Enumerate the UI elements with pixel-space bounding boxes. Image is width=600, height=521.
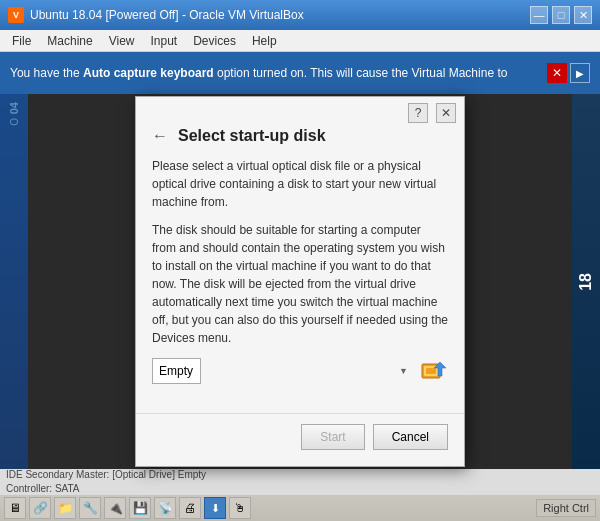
- notification-suffix: option turned on. This will cause the Vi…: [214, 66, 508, 80]
- taskbar-icon-network[interactable]: 🔗: [29, 497, 51, 519]
- menu-bar: File Machine View Input Devices Help: [0, 30, 600, 52]
- dialog-description-2: The disk should be suitable for starting…: [152, 221, 448, 347]
- notification-text: You have the Auto capture keyboard optio…: [10, 65, 541, 82]
- start-button[interactable]: Start: [301, 424, 364, 450]
- taskbar-status-text2: Controller: SATA: [6, 483, 80, 494]
- taskbar-row: 🖥 🔗 📁 🔧 🔌 💾 📡 🖨 ⬇ 🖱 Right Ctrl: [0, 495, 600, 521]
- cancel-button[interactable]: Cancel: [373, 424, 448, 450]
- taskbar-icon-tool[interactable]: 🔧: [79, 497, 101, 519]
- taskbar-icon-display[interactable]: 🖨: [179, 497, 201, 519]
- menu-help[interactable]: Help: [244, 32, 285, 49]
- menu-file[interactable]: File: [4, 32, 39, 49]
- virtualbox-window: V Ubuntu 18.04 [Powered Off] - Oracle VM…: [0, 0, 600, 521]
- dialog-help-button[interactable]: ?: [408, 103, 428, 123]
- taskbar-icon-down[interactable]: ⬇: [204, 497, 226, 519]
- minimize-button[interactable]: —: [530, 6, 548, 24]
- taskbar-icon-folder[interactable]: 📁: [54, 497, 76, 519]
- notification-bold: Auto capture keyboard: [83, 66, 214, 80]
- taskbar-right-area: Right Ctrl: [536, 499, 596, 517]
- window-title: Ubuntu 18.04 [Powered Off] - Oracle VM V…: [30, 8, 530, 22]
- taskbar-icon-mouse[interactable]: 🖱: [229, 497, 251, 519]
- disk-selection-row: Empty: [152, 357, 448, 385]
- taskbar-icon-shared[interactable]: 📡: [154, 497, 176, 519]
- notification-arrow-button[interactable]: ▶: [570, 63, 590, 83]
- dialog-close-button[interactable]: ✕: [436, 103, 456, 123]
- dialog-body: Please select a virtual optical disk fil…: [136, 157, 464, 413]
- dialog-header: ← Select start-up disk: [136, 123, 464, 157]
- taskbar-icon-plug[interactable]: 🔌: [104, 497, 126, 519]
- dialog-titlebar: ? ✕: [136, 97, 464, 123]
- taskbar: IDE Secondary Master: [Optical Drive] Em…: [0, 469, 600, 521]
- menu-devices[interactable]: Devices: [185, 32, 244, 49]
- main-content-area: 04 O 18 ? ✕ ← Select start-up disk: [0, 94, 600, 469]
- app-icon: V: [8, 7, 24, 23]
- disk-browse-button[interactable]: [420, 357, 448, 385]
- notification-banner: You have the Auto capture keyboard optio…: [0, 52, 600, 94]
- menu-machine[interactable]: Machine: [39, 32, 100, 49]
- disk-dropdown-wrapper: Empty: [152, 358, 414, 384]
- svg-rect-2: [426, 368, 436, 374]
- taskbar-icon-usb[interactable]: 💾: [129, 497, 151, 519]
- notification-prefix: You have the: [10, 66, 83, 80]
- dialog-title: Select start-up disk: [178, 127, 326, 145]
- dialog-description-1: Please select a virtual optical disk fil…: [152, 157, 448, 211]
- close-window-button[interactable]: ✕: [574, 6, 592, 24]
- taskbar-icon-monitor[interactable]: 🖥: [4, 497, 26, 519]
- startup-disk-dialog: ? ✕ ← Select start-up disk Please select…: [135, 96, 465, 467]
- right-ctrl-label: Right Ctrl: [536, 499, 596, 517]
- taskbar-status-text: IDE Secondary Master: [Optical Drive] Em…: [6, 469, 206, 480]
- taskbar-icons-left: 🖥 🔗 📁 🔧 🔌 💾 📡 🖨 ⬇ 🖱: [4, 497, 251, 519]
- maximize-button[interactable]: □: [552, 6, 570, 24]
- title-bar: V Ubuntu 18.04 [Powered Off] - Oracle VM…: [0, 0, 600, 30]
- notification-close-button[interactable]: ✕: [547, 63, 567, 83]
- disk-dropdown[interactable]: Empty: [152, 358, 201, 384]
- window-controls: — □ ✕: [530, 6, 592, 24]
- dialog-back-button[interactable]: ←: [152, 127, 168, 145]
- dialog-action-buttons: Start Cancel: [136, 413, 464, 466]
- dialog-overlay: ? ✕ ← Select start-up disk Please select…: [0, 94, 600, 469]
- menu-view[interactable]: View: [101, 32, 143, 49]
- menu-input[interactable]: Input: [143, 32, 186, 49]
